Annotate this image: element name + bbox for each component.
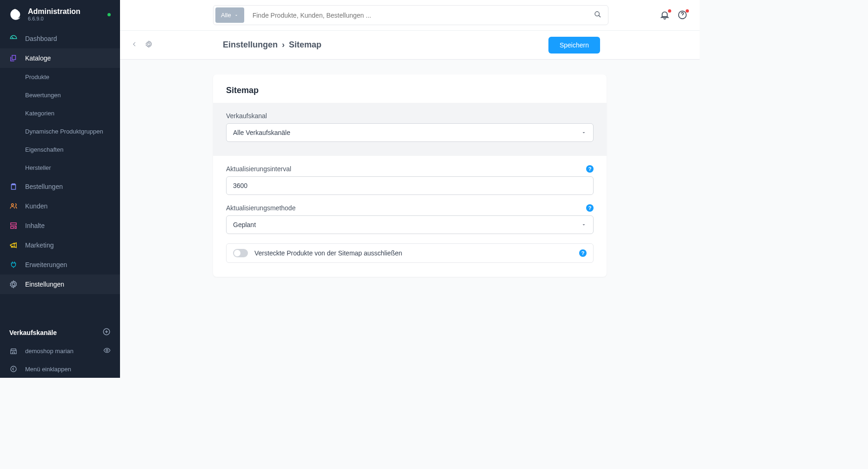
nav-sub-properties[interactable]: Eigenschaften bbox=[0, 141, 120, 159]
add-channel-button[interactable] bbox=[102, 328, 111, 337]
nav-marketing[interactable]: Marketing bbox=[0, 235, 120, 255]
copy-icon bbox=[9, 54, 18, 62]
breadcrumb-separator: › bbox=[282, 40, 285, 49]
channel-label: demoshop marian bbox=[25, 348, 73, 355]
nav-content[interactable]: Inhalte bbox=[0, 216, 120, 235]
exclude-label: Versteckte Produkte von der Sitemap auss… bbox=[254, 249, 573, 257]
notifications-button[interactable] bbox=[660, 10, 671, 21]
search-icon bbox=[594, 11, 601, 18]
svg-point-2 bbox=[11, 366, 16, 372]
nav-extensions[interactable]: Erweiterungen bbox=[0, 255, 120, 275]
megaphone-icon bbox=[9, 241, 18, 249]
exclude-toggle[interactable] bbox=[233, 249, 248, 257]
help-button[interactable] bbox=[677, 10, 688, 21]
collapse-menu-button[interactable]: Menü einklappen bbox=[0, 360, 120, 378]
help-badge bbox=[686, 9, 689, 13]
nav-orders[interactable]: Bestellungen bbox=[0, 177, 120, 196]
chevron-down-icon bbox=[581, 222, 587, 228]
interval-input[interactable] bbox=[226, 176, 594, 195]
nav-catalogs[interactable]: Kataloge bbox=[0, 48, 120, 68]
topbar: Alle bbox=[120, 0, 700, 31]
search-type-selector[interactable]: Alle bbox=[215, 7, 244, 23]
breadcrumb-current: Sitemap bbox=[289, 40, 321, 49]
breadcrumb-parent[interactable]: Einstellungen bbox=[223, 40, 278, 49]
nav-sub-categories[interactable]: Kategorien bbox=[0, 104, 120, 122]
exclude-section: Versteckte Produkte von der Sitemap auss… bbox=[213, 243, 607, 277]
nav-label: Erweiterungen bbox=[25, 261, 67, 268]
nav-label: Einstellungen bbox=[25, 281, 64, 288]
method-section: Aktualisierungsmethode ? Geplant bbox=[213, 204, 607, 243]
page-header: Einstellungen › Sitemap Speichern bbox=[120, 31, 700, 60]
chevron-down-icon bbox=[234, 13, 239, 18]
back-button[interactable] bbox=[131, 41, 138, 49]
chevron-left-icon bbox=[9, 365, 18, 373]
channels-title: Verkaufskanäle bbox=[9, 329, 57, 336]
search-type-label: Alle bbox=[221, 12, 231, 19]
exclude-toggle-row: Versteckte Produkte von der Sitemap auss… bbox=[226, 243, 594, 263]
gear-icon bbox=[145, 40, 153, 48]
global-search: Alle bbox=[213, 5, 608, 25]
method-help-button[interactable]: ? bbox=[586, 204, 594, 212]
save-button[interactable]: Speichern bbox=[548, 37, 600, 54]
method-select-value: Geplant bbox=[233, 221, 256, 228]
channels-section-header: Verkaufskanäle bbox=[0, 318, 120, 342]
chevron-down-icon bbox=[581, 130, 587, 135]
topbar-actions bbox=[660, 10, 688, 21]
nav-sub-dyn-groups[interactable]: Dynamische Produktgruppen bbox=[0, 122, 120, 141]
search-submit-button[interactable] bbox=[588, 6, 608, 25]
nav-sub-products[interactable]: Produkte bbox=[0, 68, 120, 86]
page-settings-button[interactable] bbox=[145, 40, 153, 50]
sidebar-header: Administration 6.6.9.0 bbox=[0, 0, 120, 29]
main-nav: Dashboard Kataloge Produkte Bewertungen … bbox=[0, 29, 120, 318]
svg-point-3 bbox=[595, 12, 599, 16]
status-indicator bbox=[107, 13, 111, 16]
search-input[interactable] bbox=[246, 7, 588, 24]
notification-badge bbox=[668, 9, 671, 13]
interval-section: Aktualisierungsinterval ? bbox=[213, 156, 607, 204]
nav-label: Kunden bbox=[25, 202, 47, 210]
gauge-icon bbox=[9, 34, 18, 43]
view-channel-button[interactable] bbox=[103, 347, 111, 355]
channel-label: Verkaufskanal bbox=[226, 112, 267, 120]
nav-label: Marketing bbox=[25, 241, 53, 249]
breadcrumb: Einstellungen › Sitemap bbox=[223, 40, 321, 50]
sitemap-card: Sitemap Verkaufskanal Alle Verkaufskanäl… bbox=[213, 74, 607, 277]
channel-select-value: Alle Verkaufskanäle bbox=[233, 129, 290, 136]
app-version: 6.6.9.0 bbox=[28, 16, 102, 21]
storefront-icon bbox=[9, 347, 18, 355]
channel-section: Verkaufskanal Alle Verkaufskanäle bbox=[213, 103, 607, 156]
gear-icon bbox=[9, 280, 18, 288]
app-title: Administration bbox=[28, 7, 102, 16]
content-area: Sitemap Verkaufskanal Alle Verkaufskanäl… bbox=[120, 60, 700, 378]
nav-settings[interactable]: Einstellungen bbox=[0, 275, 120, 294]
interval-label: Aktualisierungsinterval bbox=[226, 165, 291, 173]
main-area: Alle bbox=[120, 0, 700, 378]
chevron-left-icon bbox=[131, 41, 138, 47]
nav-label: Inhalte bbox=[25, 222, 45, 229]
channel-select[interactable]: Alle Verkaufskanäle bbox=[226, 123, 594, 142]
method-select[interactable]: Geplant bbox=[226, 215, 594, 234]
channel-item[interactable]: demoshop marian bbox=[0, 342, 120, 360]
interval-help-button[interactable]: ? bbox=[586, 165, 594, 173]
nav-customers[interactable]: Kunden bbox=[0, 196, 120, 216]
nav-label: Kataloge bbox=[25, 54, 51, 62]
method-label: Aktualisierungsmethode bbox=[226, 204, 295, 212]
svg-point-1 bbox=[106, 349, 108, 351]
collapse-label: Menü einklappen bbox=[25, 366, 71, 373]
nav-label: Bestellungen bbox=[25, 183, 63, 190]
nav-dashboard[interactable]: Dashboard bbox=[0, 29, 120, 48]
nav-sub-reviews[interactable]: Bewertungen bbox=[0, 86, 120, 104]
nav-label: Dashboard bbox=[25, 35, 57, 42]
plug-icon bbox=[9, 261, 18, 269]
nav-sub-manufacturers[interactable]: Hersteller bbox=[0, 159, 120, 177]
users-icon bbox=[9, 202, 18, 210]
exclude-help-button[interactable]: ? bbox=[579, 249, 587, 257]
app-logo bbox=[9, 8, 22, 21]
sidebar: Administration 6.6.9.0 Dashboard Katalog… bbox=[0, 0, 120, 378]
card-title: Sitemap bbox=[213, 74, 607, 103]
layout-icon bbox=[9, 221, 18, 230]
clipboard-icon bbox=[9, 182, 18, 191]
